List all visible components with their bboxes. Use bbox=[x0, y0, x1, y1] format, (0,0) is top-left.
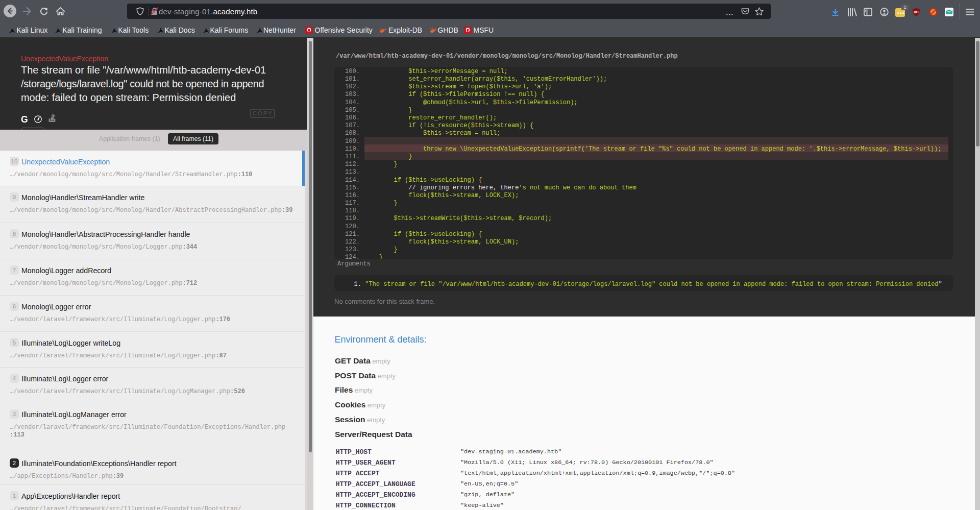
svg-text:uO: uO bbox=[914, 10, 918, 14]
